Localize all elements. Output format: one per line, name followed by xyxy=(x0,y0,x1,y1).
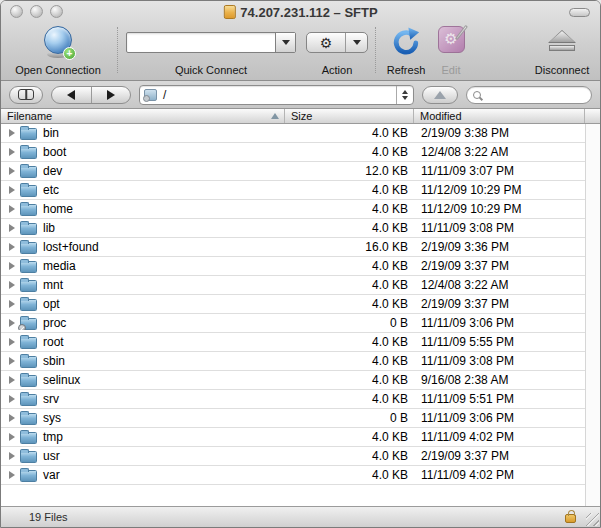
title-bar[interactable]: 74.207.231.112 – SFTP xyxy=(1,1,600,23)
disclosure-triangle-icon[interactable] xyxy=(9,433,15,441)
action-gear-segment[interactable]: ⚙ xyxy=(307,33,346,52)
minimize-button[interactable] xyxy=(30,5,43,18)
edit-button[interactable]: ⚙ Edit xyxy=(429,26,473,78)
disclosure-triangle-icon[interactable] xyxy=(9,395,15,403)
disclosure-triangle-icon[interactable] xyxy=(9,376,15,384)
table-row[interactable]: var 4.0 KB 11/11/09 4:02 PM xyxy=(1,466,586,485)
folder-icon xyxy=(20,166,37,178)
arrow-up-icon xyxy=(434,91,446,99)
modified-cell: 11/11/09 4:02 PM xyxy=(414,468,586,482)
folder-icon xyxy=(20,470,37,482)
modified-cell: 11/12/09 10:29 PM xyxy=(414,183,586,197)
table-row[interactable]: srv 4.0 KB 11/11/09 5:51 PM xyxy=(1,390,586,409)
table-row[interactable]: media 4.0 KB 2/19/09 3:37 PM xyxy=(1,257,586,276)
filename-label: media xyxy=(43,259,76,273)
disclosure-triangle-icon[interactable] xyxy=(9,357,15,365)
gear-icon: ⚙ xyxy=(320,36,333,50)
action-button[interactable]: ⚙ xyxy=(306,32,368,53)
table-row[interactable]: home 4.0 KB 11/12/09 10:29 PM xyxy=(1,200,586,219)
modified-cell: 11/11/09 3:08 PM xyxy=(414,221,586,235)
globe-plus-icon: + xyxy=(41,26,75,60)
edit-label: Edit xyxy=(429,64,473,76)
toolbar-toggle-pill[interactable] xyxy=(569,8,590,17)
back-button[interactable] xyxy=(52,87,91,103)
path-popup-stepper[interactable] xyxy=(396,86,413,104)
disclosure-triangle-icon[interactable] xyxy=(9,243,15,251)
column-header-size[interactable]: Size xyxy=(285,109,414,123)
disclosure-triangle-icon[interactable] xyxy=(9,319,15,327)
search-input[interactable] xyxy=(481,89,585,101)
table-row[interactable]: selinux 4.0 KB 9/16/08 2:38 AM xyxy=(1,371,586,390)
proxy-document-icon[interactable] xyxy=(223,5,235,19)
disclosure-triangle-icon[interactable] xyxy=(9,129,15,137)
column-header-modified[interactable]: Modified xyxy=(414,109,584,123)
disclosure-triangle-icon[interactable] xyxy=(9,281,15,289)
disclosure-triangle-icon[interactable] xyxy=(9,338,15,346)
table-row[interactable]: lib 4.0 KB 11/11/09 3:08 PM xyxy=(1,219,586,238)
quick-connect-input[interactable] xyxy=(127,33,275,52)
table-row[interactable]: boot 4.0 KB 12/4/08 3:22 AM xyxy=(1,143,586,162)
disclosure-triangle-icon[interactable] xyxy=(9,148,15,156)
table-row[interactable]: etc 4.0 KB 11/12/09 10:29 PM xyxy=(1,181,586,200)
disclosure-triangle-icon[interactable] xyxy=(9,414,15,422)
disclosure-triangle-icon[interactable] xyxy=(9,262,15,270)
folder-icon xyxy=(20,356,37,368)
filename-cell: dev xyxy=(1,164,285,178)
table-row[interactable]: opt 4.0 KB 2/19/09 3:37 PM xyxy=(1,295,586,314)
bookmarks-button[interactable] xyxy=(9,86,43,104)
open-connection-button[interactable]: + Open Connection xyxy=(6,26,110,78)
filename-label: boot xyxy=(43,145,66,159)
disclosure-triangle-icon[interactable] xyxy=(9,452,15,460)
table-row[interactable]: tmp 4.0 KB 11/11/09 4:02 PM xyxy=(1,428,586,447)
disclosure-triangle-icon[interactable] xyxy=(9,186,15,194)
disconnect-button[interactable]: Disconnect xyxy=(524,26,600,78)
table-row[interactable]: bin 4.0 KB 2/19/09 3:38 PM xyxy=(1,124,586,143)
table-row[interactable]: sys 0 B 11/11/09 3:06 PM xyxy=(1,409,586,428)
filename-label: bin xyxy=(43,126,59,140)
sftp-browser-window: 74.207.231.112 – SFTP + Open Connection xyxy=(0,0,601,528)
table-row[interactable]: mnt 4.0 KB 12/4/08 3:22 AM xyxy=(1,276,586,295)
disclosure-triangle-icon[interactable] xyxy=(9,205,15,213)
folder-icon xyxy=(20,204,37,216)
table-row[interactable]: lost+found 16.0 KB 2/19/09 3:36 PM xyxy=(1,238,586,257)
modified-cell: 11/11/09 3:08 PM xyxy=(414,354,586,368)
disclosure-triangle-icon[interactable] xyxy=(9,224,15,232)
size-cell: 4.0 KB xyxy=(285,430,414,444)
table-row[interactable]: sbin 4.0 KB 11/11/09 3:08 PM xyxy=(1,352,586,371)
refresh-button[interactable]: Refresh xyxy=(379,26,433,78)
modified-cell: 2/19/09 3:37 PM xyxy=(414,297,586,311)
table-row[interactable]: usr 4.0 KB 2/19/09 3:37 PM xyxy=(1,447,586,466)
modified-cell: 12/4/08 3:22 AM xyxy=(414,145,586,159)
lock-icon xyxy=(565,514,576,523)
quick-connect-dropdown-button[interactable] xyxy=(275,33,295,52)
vertical-scrollbar[interactable] xyxy=(585,124,600,506)
table-row[interactable]: proc 0 B 11/11/09 3:06 PM xyxy=(1,314,586,333)
file-rows: bin 4.0 KB 2/19/09 3:38 PM boot 4.0 KB 1… xyxy=(1,124,586,485)
table-row[interactable]: dev 12.0 KB 11/11/09 3:07 PM xyxy=(1,162,586,181)
history-nav-buttons xyxy=(51,86,131,104)
disclosure-triangle-icon[interactable] xyxy=(9,167,15,175)
filename-label: opt xyxy=(43,297,60,311)
action-menu-segment[interactable] xyxy=(346,33,367,52)
disclosure-triangle-icon[interactable] xyxy=(9,471,15,479)
quick-connect-combobox[interactable] xyxy=(126,32,296,53)
modified-cell: 2/19/09 3:37 PM xyxy=(414,449,586,463)
resize-grip[interactable] xyxy=(586,513,599,526)
column-header-filename[interactable]: Filename xyxy=(1,109,285,123)
go-up-button[interactable] xyxy=(422,86,458,104)
search-field[interactable] xyxy=(466,86,592,104)
forward-button[interactable] xyxy=(91,87,131,103)
filename-header-label: Filename xyxy=(7,110,52,122)
filename-cell: var xyxy=(1,468,285,482)
arrow-left-icon xyxy=(67,90,75,100)
filename-label: dev xyxy=(43,164,62,178)
close-button[interactable] xyxy=(10,5,23,18)
table-row[interactable]: root 4.0 KB 11/11/09 5:55 PM xyxy=(1,333,586,352)
disclosure-triangle-icon[interactable] xyxy=(9,300,15,308)
filename-label: srv xyxy=(43,392,59,406)
zoom-button[interactable] xyxy=(50,5,63,18)
path-popup[interactable]: / xyxy=(139,85,414,105)
file-list: bin 4.0 KB 2/19/09 3:38 PM boot 4.0 KB 1… xyxy=(1,124,600,506)
filename-cell: etc xyxy=(1,183,285,197)
filename-label: mnt xyxy=(43,278,63,292)
